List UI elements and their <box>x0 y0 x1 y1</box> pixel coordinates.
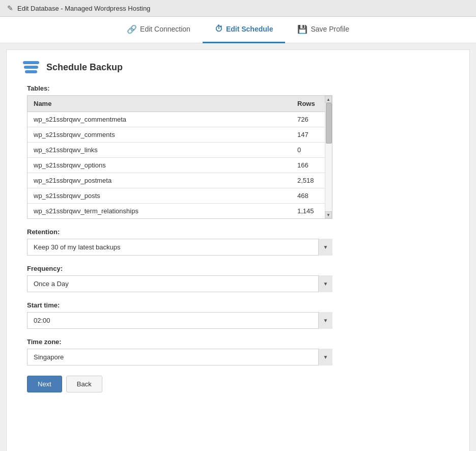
db-layer-1 <box>23 61 39 64</box>
retention-label: Retention: <box>27 228 454 236</box>
table-cell-name: wp_s21ssbrqwv_comments <box>27 127 291 143</box>
nav-edit-schedule[interactable]: ⏱ Edit Schedule <box>203 17 286 43</box>
edit-icon: ✎ <box>7 4 13 12</box>
table-row: wp_s21ssbrqwv_options166 <box>27 158 332 173</box>
retention-field: Retention: Keep 10 of my latest backupsK… <box>27 228 454 256</box>
frequency-field: Frequency: Once a DayOnce a WeekOnce a M… <box>27 265 454 292</box>
table-row: wp_s21ssbrqwv_links0 <box>27 143 332 158</box>
table-cell-name: wp_s21ssbrqwv_term_relationships <box>27 204 291 219</box>
nav-edit-schedule-label: Edit Schedule <box>226 25 273 33</box>
main-content: Schedule Backup Tables: Name Rows wp_s21… <box>6 49 470 451</box>
nav-save-profile[interactable]: 💾 Save Profile <box>285 17 361 43</box>
section-header: Schedule Backup <box>22 60 454 74</box>
start-time-label: Start time: <box>27 301 454 309</box>
tables-wrapper: Name Rows wp_s21ssbrqwv_commentmeta726wp… <box>27 95 332 219</box>
scrollbar-thumb[interactable] <box>326 103 332 144</box>
table-cell-name: wp_s21ssbrqwv_posts <box>27 188 291 204</box>
form-section: Tables: Name Rows wp_s21ssbrqwv_commentm… <box>27 84 454 392</box>
table-row: wp_s21ssbrqwv_posts468 <box>27 188 332 204</box>
scrollbar-track[interactable]: ▲ ▼ <box>325 96 332 218</box>
start-time-field: Start time: 00:0001:0002:0003:0004:0005:… <box>27 301 454 329</box>
link-icon: 🔗 <box>127 24 137 34</box>
nav-save-profile-label: Save Profile <box>311 25 349 33</box>
timezone-select-wrapper: SingaporeUTCNew YorkLondonTokyo ▼ <box>27 349 332 365</box>
table-cell-name: wp_s21ssbrqwv_postmeta <box>27 173 291 188</box>
frequency-select[interactable]: Once a DayOnce a WeekOnce a Month <box>27 275 332 292</box>
start-time-select[interactable]: 00:0001:0002:0003:0004:0005:0006:0007:00… <box>27 312 332 329</box>
table-row: wp_s21ssbrqwv_commentmeta726 <box>27 112 332 127</box>
retention-select-wrapper: Keep 10 of my latest backupsKeep 20 of m… <box>27 239 332 256</box>
btn-row: Next Back <box>27 376 454 392</box>
db-layer-2 <box>24 66 38 69</box>
nav-bar: 🔗 Edit Connection ⏱ Edit Schedule 💾 Save… <box>0 17 476 43</box>
tables-table: Name Rows wp_s21ssbrqwv_commentmeta726wp… <box>27 96 332 218</box>
table-cell-name: wp_s21ssbrqwv_links <box>27 143 291 158</box>
database-icon <box>22 60 40 74</box>
tables-label: Tables: <box>27 84 454 92</box>
frequency-select-wrapper: Once a DayOnce a WeekOnce a Month ▼ <box>27 275 332 292</box>
nav-edit-connection[interactable]: 🔗 Edit Connection <box>115 17 203 43</box>
title-bar: ✎ Edit Database - Managed Wordpress Host… <box>0 0 476 17</box>
start-time-select-wrapper: 00:0001:0002:0003:0004:0005:0006:0007:00… <box>27 312 332 329</box>
title-bar-text: Edit Database - Managed Wordpress Hostin… <box>17 5 150 12</box>
table-cell-name: wp_s21ssbrqwv_commentmeta <box>27 112 291 127</box>
scroll-arrow-up[interactable]: ▲ <box>325 96 332 103</box>
clock-icon: ⏱ <box>215 24 223 34</box>
table-row: wp_s21ssbrqwv_postmeta2,518 <box>27 173 332 188</box>
timezone-label: Time zone: <box>27 338 454 346</box>
scroll-arrow-down[interactable]: ▼ <box>325 211 332 218</box>
db-layer-3 <box>25 70 37 73</box>
tables-tbody: wp_s21ssbrqwv_commentmeta726wp_s21ssbrqw… <box>27 112 332 219</box>
save-icon: 💾 <box>297 24 307 34</box>
back-button[interactable]: Back <box>66 376 102 392</box>
nav-edit-connection-label: Edit Connection <box>140 25 190 33</box>
table-header-row: Name Rows <box>27 96 332 112</box>
section-title: Schedule Backup <box>46 62 123 73</box>
timezone-field: Time zone: SingaporeUTCNew YorkLondonTok… <box>27 338 454 365</box>
table-row: wp_s21ssbrqwv_term_relationships1,145 <box>27 204 332 219</box>
tables-container: Tables: Name Rows wp_s21ssbrqwv_commentm… <box>27 84 454 219</box>
col-name-header: Name <box>27 96 291 112</box>
frequency-label: Frequency: <box>27 265 454 272</box>
retention-select[interactable]: Keep 10 of my latest backupsKeep 20 of m… <box>27 239 332 256</box>
next-button[interactable]: Next <box>27 376 62 392</box>
table-cell-name: wp_s21ssbrqwv_options <box>27 158 291 173</box>
timezone-select[interactable]: SingaporeUTCNew YorkLondonTokyo <box>27 349 332 365</box>
table-row: wp_s21ssbrqwv_comments147 <box>27 127 332 143</box>
